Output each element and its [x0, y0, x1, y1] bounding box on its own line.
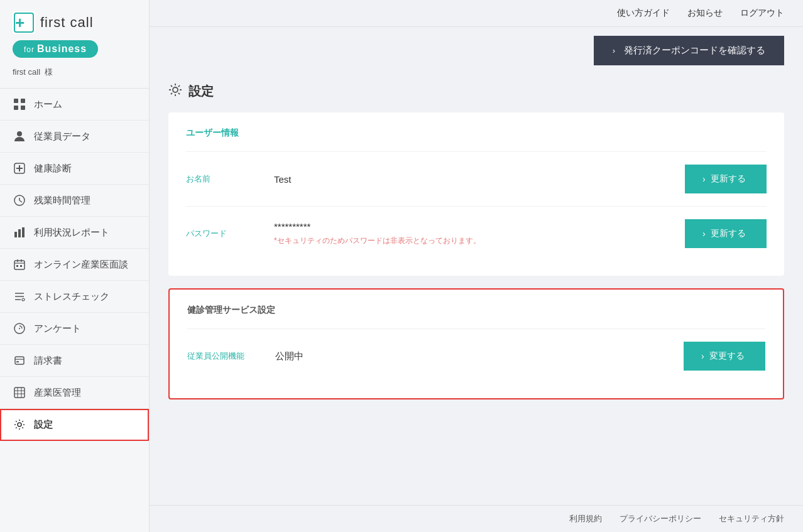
nav-item-survey[interactable]: アンケート: [0, 313, 149, 345]
svg-line-13: [19, 200, 22, 202]
svg-point-38: [173, 87, 178, 92]
nav-item-health-check[interactable]: 健康診断: [0, 153, 149, 185]
nav-item-online-medical[interactable]: オンライン産業医面談: [0, 249, 149, 281]
employee-public-btn-label: 変更する: [709, 350, 745, 362]
nav-item-employee-data[interactable]: 従業員データ: [0, 121, 149, 153]
password-update-chevron: ›: [702, 229, 706, 239]
page-title-text: 設定: [188, 83, 214, 100]
user-suffix: 様: [45, 67, 53, 77]
name-row: お名前 Test › 更新する: [186, 151, 767, 206]
sidebar-logo-area: + first call forBusiness first call 様: [0, 0, 149, 89]
svg-rect-21: [16, 265, 18, 267]
logo-text: first call: [40, 14, 94, 31]
password-text: **********: [274, 221, 672, 232]
svg-rect-17: [14, 261, 25, 269]
nav-item-home[interactable]: ホーム: [0, 89, 149, 121]
medical-icon: [13, 161, 26, 175]
svg-rect-3: [14, 99, 18, 103]
nav-label-health: 健康診断: [34, 163, 72, 175]
settings-title-icon: [168, 83, 182, 100]
health-service-card: 健診管理サービス設定 従業員公開機能 公開中 › 変更する: [168, 288, 784, 399]
nav-label-overtime: 残業時間管理: [34, 195, 90, 207]
password-hint: *セキュリティのためパスワードは非表示となっております。: [274, 236, 672, 246]
nav-label-employee: 従業員データ: [34, 131, 90, 143]
nav-item-occupational[interactable]: 産業医管理: [0, 377, 149, 409]
nav-label-billing: 請求書: [34, 355, 62, 367]
for-business-badge: forBusiness: [13, 40, 98, 58]
nav-label-report: 利用状況レポート: [34, 227, 109, 239]
nav-item-settings[interactable]: 設定: [0, 409, 149, 441]
user-info-card: ユーザー情報 お名前 Test › 更新する パスワード ********** …: [168, 112, 784, 276]
password-update-button[interactable]: › 更新する: [685, 219, 767, 248]
billing-icon: [13, 354, 26, 367]
logo-row: + first call: [13, 11, 94, 34]
svg-rect-32: [14, 388, 25, 398]
footer-security-link[interactable]: セキュリティ方針: [719, 513, 784, 524]
firstcall-logo-icon: +: [13, 11, 35, 34]
name-label: お名前: [186, 173, 261, 185]
person-icon: [13, 129, 26, 143]
svg-text:+: +: [15, 13, 25, 32]
topbar-news-link[interactable]: お知らせ: [687, 8, 723, 19]
svg-rect-31: [16, 361, 19, 362]
nav-label-settings: 設定: [34, 419, 53, 431]
svg-point-26: [22, 298, 25, 301]
main-area: 使い方ガイド お知らせ ログアウト › 発行済クーポンコードを確認する 設定 ユ…: [150, 0, 803, 532]
clock-icon: [13, 193, 26, 207]
calendar-grid-icon: [13, 258, 26, 271]
nav-label-stress: ストレスチェック: [34, 291, 109, 303]
footer-terms-link[interactable]: 利用規約: [569, 513, 602, 524]
nav-item-stress-check[interactable]: ストレスチェック: [0, 281, 149, 313]
svg-rect-22: [20, 265, 22, 267]
employee-public-chevron: ›: [701, 351, 704, 361]
coupon-button[interactable]: › 発行済クーポンコードを確認する: [594, 36, 784, 65]
footer: 利用規約 プライバシーポリシー セキュリティ方針: [150, 505, 803, 532]
svg-rect-5: [14, 106, 18, 110]
name-text: Test: [274, 174, 292, 185]
name-update-chevron: ›: [702, 174, 706, 184]
employee-public-label: 従業員公開機能: [187, 350, 263, 362]
footer-privacy-link[interactable]: プライバシーポリシー: [620, 513, 701, 524]
topbar-guide-link[interactable]: 使い方ガイド: [617, 8, 670, 19]
svg-rect-14: [14, 232, 17, 237]
password-update-label: 更新する: [711, 228, 746, 239]
svg-point-37: [18, 423, 21, 426]
nav-label-online-medical: オンライン産業医面談: [34, 259, 128, 271]
nav-label-occupational: 産業医管理: [34, 387, 81, 399]
employee-public-value: 公開中: [275, 350, 671, 362]
coupon-label: 発行済クーポンコードを確認する: [624, 45, 765, 57]
nav-item-overtime[interactable]: 残業時間管理: [0, 185, 149, 217]
nav-item-billing[interactable]: 請求書: [0, 345, 149, 377]
page-title: 設定: [168, 83, 784, 100]
nav-label-home: ホーム: [34, 99, 62, 111]
grid-icon: [13, 97, 26, 111]
name-value: Test: [274, 174, 672, 185]
coupon-chevron-icon: ›: [613, 46, 615, 55]
topbar: 使い方ガイド お知らせ ログアウト: [150, 0, 803, 27]
nav-label-survey: アンケート: [34, 323, 81, 335]
sidebar-user: first call 様: [13, 64, 53, 82]
content-area: 設定 ユーザー情報 お名前 Test › 更新する パスワード ********: [150, 70, 803, 505]
svg-point-7: [17, 131, 22, 136]
sidebar-nav: ホーム 従業員データ 健康診断 残業時間管理 利用状況レポート: [0, 89, 149, 532]
svg-rect-6: [21, 106, 25, 110]
user-info-section-title: ユーザー情報: [186, 128, 767, 139]
employee-public-change-button[interactable]: › 変更する: [684, 342, 765, 371]
topbar-logout-link[interactable]: ログアウト: [740, 8, 784, 19]
svg-rect-15: [18, 229, 21, 237]
user-name: first call: [13, 67, 40, 77]
badge-business: Business: [37, 43, 87, 54]
survey-icon: [13, 322, 26, 335]
password-row: パスワード ********** *セキュリティのためパスワードは非表示となって…: [186, 206, 767, 261]
password-value: ********** *セキュリティのためパスワードは非表示となっております。: [274, 221, 672, 246]
bar-chart-icon: [13, 225, 26, 239]
gear-icon: [13, 418, 26, 432]
badge-for: for: [24, 45, 35, 54]
svg-rect-16: [22, 227, 25, 237]
employee-public-row: 従業員公開機能 公開中 › 変更する: [187, 328, 765, 383]
occupational-icon: [13, 386, 26, 399]
name-update-button[interactable]: › 更新する: [685, 165, 767, 193]
menu-lines-icon: [13, 290, 26, 303]
svg-rect-29: [15, 357, 24, 364]
nav-item-usage-report[interactable]: 利用状況レポート: [0, 217, 149, 249]
